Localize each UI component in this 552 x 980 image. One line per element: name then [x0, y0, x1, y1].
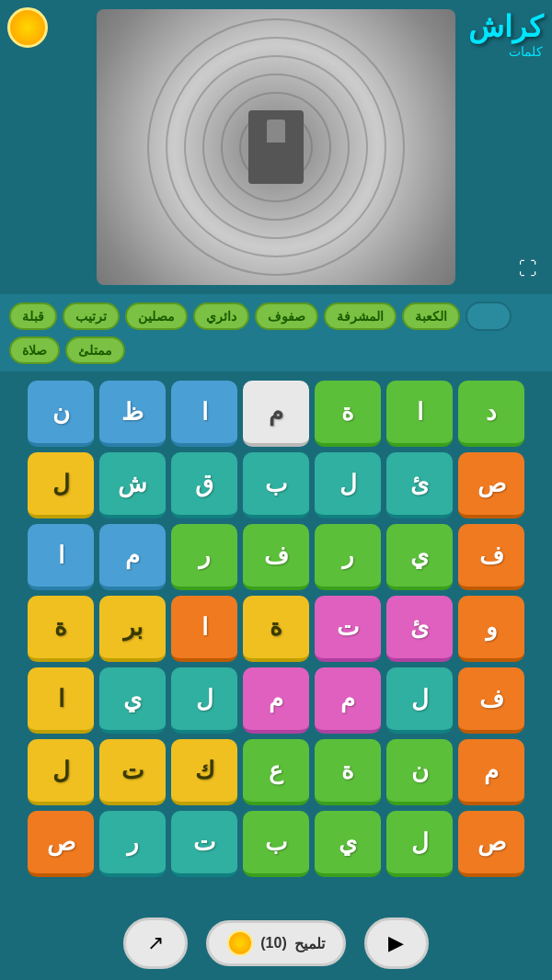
tile-3-7[interactable]: ف: [458, 524, 524, 590]
word-badge-sufuf[interactable]: صفوف: [255, 302, 318, 330]
tile-4-3[interactable]: ا: [171, 596, 237, 662]
tile-5-3[interactable]: ل: [171, 667, 237, 734]
grid-row-1: ن ظ ا م ة ا د: [11, 381, 541, 447]
tile-2-1[interactable]: ل: [28, 452, 94, 518]
tile-2-2[interactable]: ش: [99, 452, 166, 518]
tile-6-6[interactable]: ن: [386, 739, 453, 805]
puzzle-image: [97, 9, 455, 285]
word-badge-mushrifa[interactable]: المشرفة: [324, 302, 397, 330]
tile-7-4[interactable]: ب: [243, 811, 309, 877]
grid-row-3: ا م ر ف ر ي ف: [11, 524, 541, 590]
grid-row-5: ا ي ل م م ل ف: [11, 667, 541, 734]
tile-5-4[interactable]: م: [243, 667, 309, 734]
word-badge-dairi[interactable]: دائري: [193, 302, 249, 330]
tile-2-3[interactable]: ق: [171, 452, 237, 518]
tile-1-2[interactable]: ظ: [99, 381, 166, 447]
tile-6-4[interactable]: ع: [243, 739, 309, 805]
word-empty[interactable]: [466, 302, 512, 331]
tile-7-7[interactable]: ص: [458, 811, 524, 877]
tile-5-6[interactable]: ل: [386, 667, 453, 734]
share-icon: ↗: [147, 931, 164, 955]
tile-7-1[interactable]: ص: [28, 811, 94, 877]
tile-7-6[interactable]: ل: [386, 811, 453, 877]
word-badge-qibla[interactable]: قبلة: [9, 302, 57, 330]
hint-coin-icon: [227, 930, 253, 956]
tile-3-3[interactable]: ر: [171, 524, 237, 590]
words-area: الكعبة المشرفة صفوف دائري مصلين ترتيب قب…: [0, 294, 552, 371]
video-icon: ▶: [388, 931, 404, 955]
word-badge-musalin[interactable]: مصلين: [125, 302, 188, 330]
bottom-bar: ↗ تلميح (10) ▶: [0, 906, 552, 980]
tile-7-2[interactable]: ر: [99, 811, 166, 877]
tile-3-5[interactable]: ر: [315, 524, 381, 590]
tile-6-1[interactable]: ل: [28, 739, 94, 805]
tile-7-3[interactable]: ت: [171, 811, 237, 877]
grid-row-7: ص ر ت ب ي ل ص: [11, 811, 541, 877]
tile-6-7[interactable]: م: [458, 739, 524, 805]
coin-icon: [7, 7, 48, 48]
hint-label: تلميح: [294, 935, 325, 952]
tile-3-1[interactable]: ا: [28, 524, 94, 590]
word-badge-kaba[interactable]: الكعبة: [402, 302, 460, 330]
grid-row-2: ل ش ق ب ل ئ ص: [11, 452, 541, 518]
tile-1-3[interactable]: ا: [171, 381, 237, 447]
tile-1-4[interactable]: م: [243, 381, 309, 447]
word-badge-mumtali[interactable]: ممتلئ: [65, 336, 125, 364]
tile-6-2[interactable]: ت: [99, 739, 166, 805]
tile-3-6[interactable]: ي: [386, 524, 453, 590]
app-logo-sub: كلمات: [509, 44, 543, 59]
video-button[interactable]: ▶: [364, 917, 429, 969]
tile-4-5[interactable]: ت: [315, 596, 381, 662]
tile-5-1[interactable]: ا: [28, 667, 94, 734]
expand-icon[interactable]: ⛶: [519, 258, 537, 279]
tile-4-4[interactable]: ة: [243, 596, 309, 662]
grid-row-6: ل ت ك ع ة ن م: [11, 739, 541, 805]
tile-5-2[interactable]: ي: [99, 667, 166, 734]
tile-1-1[interactable]: ن: [28, 381, 94, 447]
tile-2-7[interactable]: ص: [458, 452, 524, 518]
tile-1-6[interactable]: ا: [386, 381, 453, 447]
tile-6-5[interactable]: ة: [315, 739, 381, 805]
word-badge-salah[interactable]: صلاة: [9, 336, 60, 364]
app-logo: كراش: [468, 9, 543, 44]
tile-1-7[interactable]: د: [458, 381, 524, 447]
tile-4-1[interactable]: ة: [28, 596, 94, 662]
tile-4-6[interactable]: ئ: [386, 596, 453, 662]
share-button[interactable]: ↗: [123, 917, 188, 969]
tile-2-4[interactable]: ب: [243, 452, 309, 518]
tile-6-3[interactable]: ك: [171, 739, 237, 805]
tile-4-7[interactable]: و: [458, 596, 524, 662]
word-badge-tartib[interactable]: ترتيب: [63, 302, 120, 330]
kaaba-visual: [97, 9, 455, 285]
tile-4-2[interactable]: بر: [99, 596, 166, 662]
tile-2-5[interactable]: ل: [315, 452, 381, 518]
tile-5-7[interactable]: ف: [458, 667, 524, 734]
grid-row-4: ة بر ا ة ت ئ و: [11, 596, 541, 662]
tile-1-5[interactable]: ة: [315, 381, 381, 447]
kaaba-center: [248, 110, 304, 184]
image-area: كراش كلمات ⛶: [0, 0, 552, 294]
tile-2-6[interactable]: ئ: [386, 452, 453, 518]
tile-5-5[interactable]: م: [315, 667, 381, 734]
tile-7-5[interactable]: ي: [315, 811, 381, 877]
hint-button[interactable]: تلميح (10): [206, 920, 345, 966]
tile-3-2[interactable]: م: [99, 524, 166, 590]
grid-area: ن ظ ا م ة ا د ل ش ق ب ل ئ ص ا م ر ف ر ي …: [0, 371, 552, 892]
tile-3-4[interactable]: ف: [243, 524, 309, 590]
hint-count: (10): [260, 935, 286, 952]
